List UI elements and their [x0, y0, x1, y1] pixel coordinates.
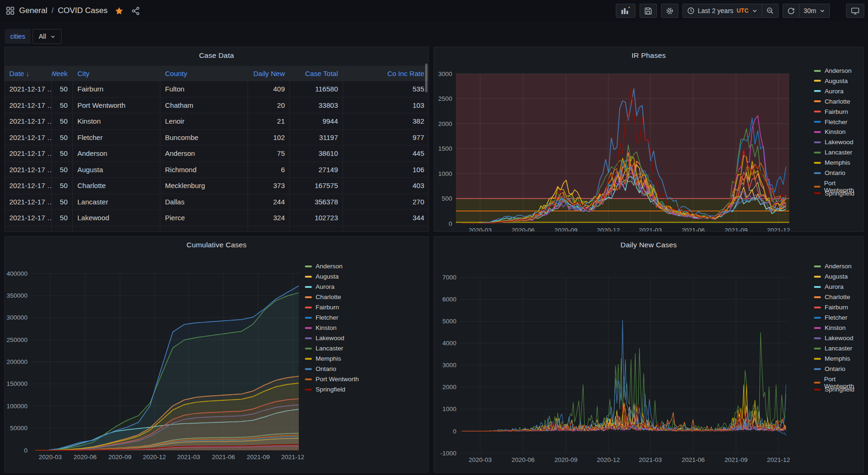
legend-swatch [814, 276, 821, 278]
legend-item-kinston[interactable]: Kinston [814, 324, 846, 331]
table-row: 2021-12-1750FairburnFulton410116580527 [5, 226, 428, 232]
table-cell: 382 [343, 113, 428, 129]
y-axis-tick-label: 100000 [7, 403, 28, 410]
legend-label: Anderson [825, 67, 852, 74]
variable-value-cities[interactable]: All [33, 29, 62, 44]
legend-item-ontario[interactable]: Ontario [814, 365, 845, 372]
legend-item-lancaster[interactable]: Lancaster [814, 149, 852, 156]
column-header-week[interactable]: Week [52, 66, 73, 81]
legend-label: Fletcher [825, 314, 847, 321]
legend-item-fairburn[interactable]: Fairburn [814, 108, 848, 115]
column-header-co-inc-rate[interactable]: Co Inc Rate [343, 66, 428, 81]
column-header-date[interactable]: Date ↓ [5, 66, 52, 81]
table-cell: Fairburn [73, 226, 160, 232]
daily-new-cases-chart[interactable]: -1000010002000300040005000600070002020-0… [434, 237, 864, 473]
legend-swatch [305, 337, 312, 339]
legend-swatch [814, 317, 821, 319]
legend-label: Memphis [316, 355, 341, 362]
column-header-city[interactable]: City [73, 66, 160, 81]
panel-title: Case Data [5, 47, 428, 64]
apps-grid-icon[interactable] [6, 6, 15, 15]
table-cell: Kinston [73, 113, 160, 129]
dashboard-settings-button[interactable] [661, 4, 678, 18]
column-header-county[interactable]: County [160, 66, 248, 81]
table-cell: 324 [248, 210, 290, 226]
table-cell: 21 [248, 113, 290, 129]
legend-item-memphis[interactable]: Memphis [305, 355, 341, 362]
legend-swatch [814, 100, 821, 102]
panel-cumulative-cases: Cumulative Cases 05000010000015000020000… [4, 236, 429, 473]
add-panel-button[interactable] [616, 4, 635, 18]
legend-item-kinston[interactable]: Kinston [814, 128, 846, 135]
y-axis-tick-label: 500 [441, 195, 452, 202]
legend-item-augusta[interactable]: Augusta [305, 273, 339, 280]
legend-label: Charlotte [825, 293, 850, 300]
legend-swatch [305, 358, 312, 360]
legend-item-augusta[interactable]: Augusta [814, 77, 848, 84]
cumulative-cases-chart[interactable]: 0500001000001500002000002500003000003500… [5, 237, 429, 473]
save-dashboard-button[interactable] [640, 4, 657, 18]
legend-item-port-wentworth[interactable]: Port Wentworth [305, 376, 359, 383]
legend-item-memphis[interactable]: Memphis [814, 159, 850, 166]
table-scrollbar[interactable] [425, 63, 427, 92]
ir-phases-chart[interactable]: 0500100015002000250030002020-032020-0620… [434, 47, 864, 232]
chevron-down-icon [752, 8, 758, 14]
refresh-interval-picker[interactable]: 30m [799, 4, 830, 18]
legend-item-aurora[interactable]: Aurora [305, 283, 335, 290]
legend-item-memphis[interactable]: Memphis [814, 355, 850, 362]
legend-item-lakewood[interactable]: Lakewood [814, 335, 854, 342]
legend-item-springfield[interactable]: Springfield [814, 190, 854, 197]
legend-item-aurora[interactable]: Aurora [814, 283, 844, 290]
legend-item-lancaster[interactable]: Lancaster [305, 345, 343, 352]
legend-swatch [814, 307, 821, 308]
table-cell: 50 [52, 130, 73, 146]
legend-item-lancaster[interactable]: Lancaster [814, 345, 852, 352]
legend-item-charlotte[interactable]: Charlotte [814, 98, 850, 105]
kiosk-mode-button[interactable] [846, 4, 864, 18]
table-cell: 2021-12-17 … [5, 210, 52, 226]
legend-item-fairburn[interactable]: Fairburn [814, 304, 848, 311]
star-icon[interactable] [115, 7, 124, 15]
legend-label: Anderson [316, 263, 343, 270]
legend-item-springfield[interactable]: Springfield [814, 386, 854, 393]
table-cell: 20 [248, 98, 290, 113]
breadcrumb-section[interactable]: General [19, 6, 47, 15]
legend-label: Fairburn [825, 304, 848, 311]
legend-item-ontario[interactable]: Ontario [814, 169, 845, 176]
legend-swatch [814, 70, 821, 72]
legend-swatch [305, 265, 312, 267]
legend-item-charlotte[interactable]: Charlotte [305, 293, 341, 300]
legend-item-charlotte[interactable]: Charlotte [814, 293, 850, 300]
column-header-case-total[interactable]: Case Total [290, 66, 343, 81]
time-range-picker[interactable]: Last 2 years UTC [682, 4, 762, 18]
table-cell: Anderson [160, 146, 248, 161]
legend-item-lakewood[interactable]: Lakewood [305, 335, 344, 342]
legend-item-kinston[interactable]: Kinston [305, 324, 337, 331]
legend-label: Kinston [316, 324, 337, 331]
legend-item-anderson[interactable]: Anderson [305, 263, 343, 270]
legend-label: Charlotte [316, 293, 341, 300]
zoom-out-time-button[interactable] [762, 4, 778, 18]
legend-item-springfield[interactable]: Springfield [305, 386, 345, 393]
legend-item-anderson[interactable]: Anderson [814, 263, 852, 270]
legend-item-fletcher[interactable]: Fletcher [814, 119, 847, 126]
column-header-daily-new[interactable]: Daily New [248, 66, 290, 81]
refresh-button[interactable] [783, 4, 799, 18]
legend-swatch [814, 296, 821, 298]
legend-item-lakewood[interactable]: Lakewood [814, 139, 854, 146]
legend-item-fletcher[interactable]: Fletcher [814, 314, 847, 321]
legend-label: Springfield [825, 386, 854, 393]
table-cell: 75 [248, 146, 290, 161]
case-data-table[interactable]: Date ↓WeekCityCountyDaily NewCase TotalC… [5, 66, 428, 231]
table-cell: 50 [52, 210, 73, 226]
legend-item-fairburn[interactable]: Fairburn [305, 304, 339, 311]
x-axis-tick-label: 2021-03 [639, 227, 662, 232]
share-icon[interactable] [131, 7, 140, 15]
legend-item-ontario[interactable]: Ontario [305, 365, 336, 372]
legend-item-fletcher[interactable]: Fletcher [305, 314, 338, 321]
table-cell: Mecklenburg [160, 178, 248, 194]
y-axis-tick-label: 350000 [7, 292, 28, 299]
legend-item-anderson[interactable]: Anderson [814, 67, 852, 74]
legend-item-aurora[interactable]: Aurora [814, 88, 844, 95]
legend-item-augusta[interactable]: Augusta [814, 273, 848, 280]
